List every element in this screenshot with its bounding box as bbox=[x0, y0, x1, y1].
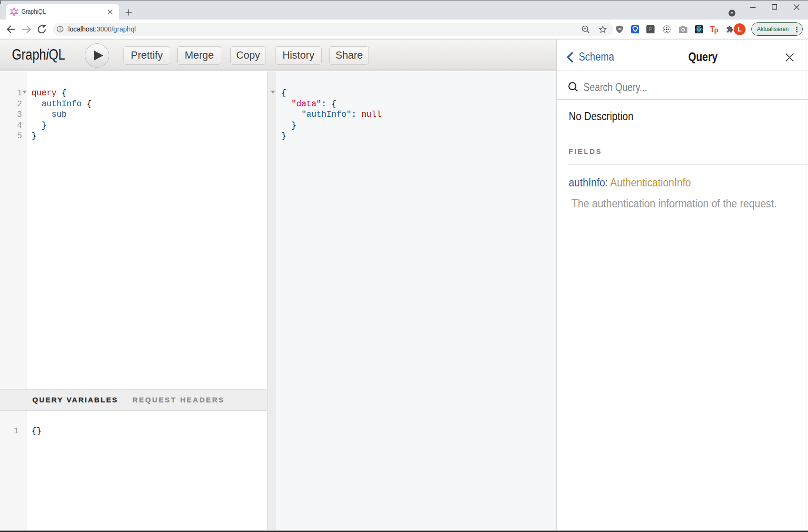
svg-text:P: P bbox=[649, 26, 652, 32]
svg-text:U0: U0 bbox=[618, 28, 622, 31]
